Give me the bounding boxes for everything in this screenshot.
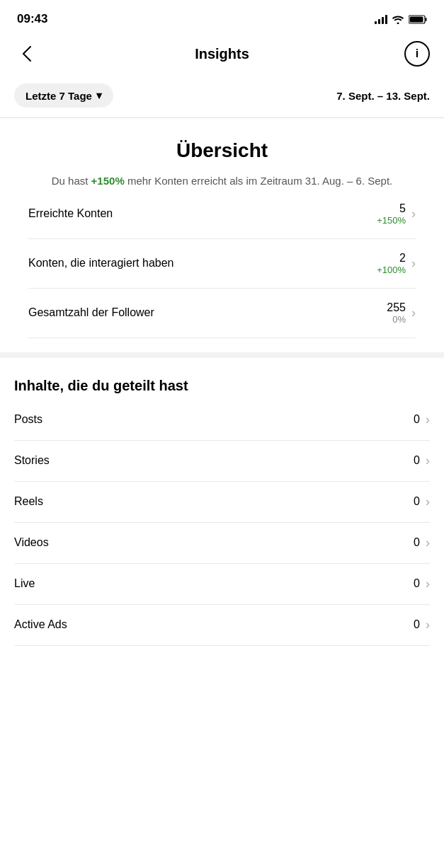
date-range-label: 7. Sept. – 13. Sept.: [336, 90, 430, 102]
stat-value-erreichte: 5: [377, 202, 406, 215]
stat-right-erreichte: 5 +150% ›: [377, 202, 416, 226]
info-button[interactable]: i: [404, 41, 430, 66]
content-right-stories: 0 ›: [414, 453, 430, 468]
filter-label: Letzte 7 Tage: [25, 90, 92, 102]
chevron-icon-posts: ›: [426, 412, 430, 427]
stat-value-group-follower: 255 0%: [387, 301, 406, 325]
nav-bar: Insights i: [0, 35, 444, 75]
overview-text-after: mehr Konten erreicht als im Zeitraum 31.…: [125, 175, 393, 187]
stat-row-follower[interactable]: Gesamtzahl der Follower 255 0% ›: [28, 289, 416, 338]
stat-row-interagiert[interactable]: Konten, die interagiert haben 2 +100% ›: [28, 239, 416, 289]
stat-right-interagiert: 2 +100% ›: [377, 252, 416, 275]
chevron-right-icon: ›: [411, 207, 416, 221]
chevron-icon-reels: ›: [426, 494, 430, 509]
stat-right-follower: 255 0% ›: [387, 301, 416, 325]
content-section: Inhalte, die du geteilt hast Posts 0 › S…: [0, 358, 444, 646]
status-time: 09:43: [17, 12, 47, 26]
content-section-title: Inhalte, die du geteilt hast: [14, 378, 430, 394]
content-value-posts: 0: [414, 413, 420, 426]
content-value-stories: 0: [414, 454, 420, 467]
content-value-reels: 0: [414, 495, 420, 508]
chevron-icon-live: ›: [426, 577, 430, 591]
status-icons: [375, 14, 427, 24]
content-label-active-ads: Active Ads: [14, 618, 67, 631]
content-label-posts: Posts: [14, 413, 42, 426]
content-right-posts: 0 ›: [414, 412, 430, 427]
content-right-active-ads: 0 ›: [414, 618, 430, 632]
content-label-stories: Stories: [14, 454, 50, 467]
content-row-active-ads[interactable]: Active Ads 0 ›: [14, 605, 430, 646]
stat-label-erreichte: Erreichte Konten: [28, 207, 113, 220]
content-label-videos: Videos: [14, 536, 49, 549]
stat-value-interagiert: 2: [377, 252, 406, 265]
overview-title: Übersicht: [14, 139, 430, 162]
overview-highlight: +150%: [91, 175, 125, 187]
svg-rect-1: [426, 18, 427, 21]
content-right-reels: 0 ›: [414, 494, 430, 509]
stat-change-follower: 0%: [387, 314, 406, 325]
signal-icon: [375, 14, 387, 24]
content-value-active-ads: 0: [414, 618, 420, 631]
content-row-reels[interactable]: Reels 0 ›: [14, 482, 430, 523]
content-right-videos: 0 ›: [414, 536, 430, 550]
battery-icon: [409, 15, 427, 24]
chevron-icon-stories: ›: [426, 453, 430, 468]
overview-subtitle: Du hast +150% mehr Konten erreicht als i…: [14, 173, 430, 190]
svg-rect-2: [410, 16, 423, 22]
stat-change-erreichte: +150%: [377, 215, 406, 226]
stat-value-follower: 255: [387, 301, 406, 314]
stat-value-group-erreichte: 5 +150%: [377, 202, 406, 226]
content-label-live: Live: [14, 577, 35, 590]
content-right-live: 0 ›: [414, 577, 430, 591]
content-value-videos: 0: [414, 536, 420, 549]
filter-bar: Letzte 7 Tage ▾ 7. Sept. – 13. Sept.: [0, 75, 444, 118]
content-row-videos[interactable]: Videos 0 ›: [14, 523, 430, 564]
chevron-right-icon-3: ›: [411, 306, 416, 320]
content-row-live[interactable]: Live 0 ›: [14, 564, 430, 605]
chevron-right-icon-2: ›: [411, 256, 416, 271]
chevron-icon-active-ads: ›: [426, 618, 430, 632]
overview-text-before: Du hast: [52, 175, 91, 187]
page-title: Insights: [195, 46, 249, 62]
stats-list: Erreichte Konten 5 +150% › Konten, die i…: [14, 190, 430, 338]
stat-row-erreichte[interactable]: Erreichte Konten 5 +150% ›: [28, 190, 416, 239]
stat-label-follower: Gesamtzahl der Follower: [28, 306, 154, 319]
back-button[interactable]: [14, 41, 40, 66]
wifi-icon: [392, 15, 404, 24]
date-filter-button[interactable]: Letzte 7 Tage ▾: [14, 83, 113, 108]
stat-value-group-interagiert: 2 +100%: [377, 252, 406, 275]
status-bar: 09:43: [0, 0, 444, 35]
content-row-stories[interactable]: Stories 0 ›: [14, 441, 430, 482]
content-value-live: 0: [414, 577, 420, 590]
content-label-reels: Reels: [14, 495, 43, 508]
overview-section: Übersicht Du hast +150% mehr Konten erre…: [0, 118, 444, 358]
stat-label-interagiert: Konten, die interagiert haben: [28, 257, 173, 270]
content-row-posts[interactable]: Posts 0 ›: [14, 400, 430, 441]
stat-change-interagiert: +100%: [377, 265, 406, 275]
chevron-down-icon: ▾: [96, 89, 102, 102]
chevron-icon-videos: ›: [426, 536, 430, 550]
content-list: Posts 0 › Stories 0 › Reels 0 › Videos 0: [14, 400, 430, 646]
